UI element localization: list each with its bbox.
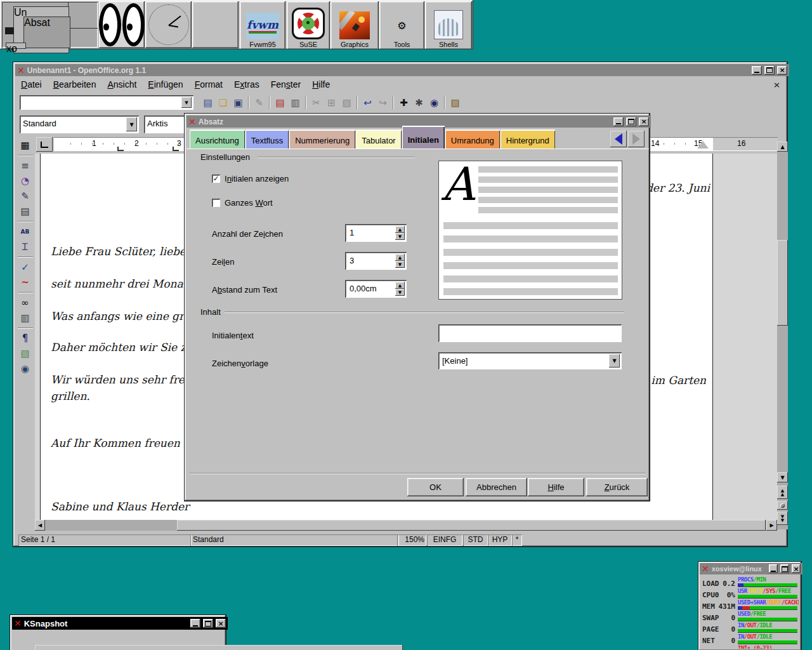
ksnapshot-minimize-button[interactable] xyxy=(190,619,200,628)
spinner-zeilen[interactable]: 3 ▲ ▼ xyxy=(345,252,407,270)
dropdown-arrow-button[interactable]: ▼ xyxy=(609,354,620,368)
writer-titlebar[interactable]: ✕ Unbenannt1 - OpenOffice.org 1.1 × xyxy=(15,64,789,76)
spinner-value[interactable]: 1 xyxy=(347,226,395,240)
tab-stop-marker[interactable] xyxy=(173,147,179,151)
graphics-toggle-icon[interactable]: ▧ xyxy=(17,346,34,361)
save-document-icon[interactable]: ▣ xyxy=(231,95,246,110)
spellcheck-icon[interactable]: ✓ xyxy=(17,260,34,275)
edit-file-icon[interactable]: ✎ xyxy=(252,95,266,110)
find-replace-icon[interactable]: ∞ xyxy=(17,295,34,310)
previous-page-button[interactable]: ▲▲ xyxy=(777,486,788,499)
hyperlink-icon[interactable]: ◉ xyxy=(427,95,442,110)
spin-up-button[interactable]: ▲ xyxy=(395,282,405,289)
url-combobox[interactable]: ▼ xyxy=(20,95,193,110)
dock-button-shells[interactable]: Shells xyxy=(425,1,472,50)
status-page-style[interactable]: Standard xyxy=(190,534,399,546)
menu-einfuegen[interactable]: Einfügen xyxy=(142,77,188,92)
menu-bearbeiten[interactable]: Bearbeiten xyxy=(48,77,102,92)
scroll-up-button[interactable]: ▲ xyxy=(777,142,788,152)
minimize-button[interactable] xyxy=(752,66,762,75)
checkbox-box[interactable] xyxy=(212,199,220,207)
xosview-maximize-button[interactable] xyxy=(780,564,789,573)
spin-down-button[interactable]: ▼ xyxy=(395,289,405,296)
ksnapshot-titlebar[interactable]: ✕ KSnapshot × xyxy=(12,617,228,630)
pager-mini-window-xosview[interactable]: xo xyxy=(6,43,26,49)
navigator-icon[interactable]: ✚ xyxy=(396,95,411,110)
scroll-right-button[interactable]: ▶ xyxy=(766,520,777,531)
tab-textfluss[interactable]: Textfluss xyxy=(246,129,289,149)
undo-icon[interactable]: ↩ xyxy=(360,95,375,110)
ksnapshot-close-button[interactable]: × xyxy=(216,619,226,628)
spinner-value[interactable]: 0,00cm xyxy=(347,282,395,296)
navigation-button[interactable] xyxy=(777,501,788,510)
cut-icon[interactable]: ✂ xyxy=(309,95,324,110)
vertical-scrollbar[interactable]: ▲ ▼ ▲▲ ▼▼ xyxy=(777,142,788,529)
status-insert-mode[interactable]: EINFG xyxy=(427,534,462,546)
help-button[interactable]: Hilfe xyxy=(528,478,584,496)
xosview-close-button[interactable]: × xyxy=(792,564,801,573)
url-input[interactable] xyxy=(22,97,183,109)
ksnapshot-maximize-button[interactable] xyxy=(203,619,213,628)
tab-stop-marker[interactable] xyxy=(117,147,124,151)
spin-down-button[interactable]: ▼ xyxy=(395,233,405,240)
paragraph-style-combobox[interactable]: Standard ▼ xyxy=(20,116,139,133)
xosview-titlebar[interactable]: ✕ xosview@linux × xyxy=(700,563,802,574)
autotext-icon[interactable]: AB xyxy=(17,224,34,239)
insert-object-icon[interactable]: ◔ xyxy=(17,173,34,189)
style-dropdown-button[interactable]: ▼ xyxy=(126,117,137,131)
spin-up-button[interactable]: ▲ xyxy=(395,254,405,261)
dock-button-fvwm95[interactable]: fvwm Fvwm95 xyxy=(240,1,285,50)
dialog-maximize-button[interactable] xyxy=(626,117,636,126)
autospellcheck-icon[interactable]: ~ xyxy=(17,275,34,290)
status-hyperlink-mode[interactable]: HYP xyxy=(488,534,512,546)
menu-hilfe[interactable]: Hilfe xyxy=(306,77,336,92)
tab-scroll-left-button[interactable] xyxy=(610,131,627,147)
insert-table-icon[interactable]: ▦ xyxy=(17,138,34,153)
dock-button-tools[interactable]: ⚙ Tools xyxy=(379,1,424,50)
next-page-button[interactable]: ▼▼ xyxy=(777,512,788,525)
menu-extras[interactable]: Extras xyxy=(228,77,265,92)
spinner-abstand-zum-text[interactable]: 0,00cm ▲ ▼ xyxy=(345,280,407,298)
menu-ansicht[interactable]: Ansicht xyxy=(102,77,142,92)
maximize-button[interactable] xyxy=(764,66,775,75)
scroll-down-button[interactable]: ▼ xyxy=(777,472,788,482)
pager-mini-window-absatz[interactable]: Absat xyxy=(23,17,70,48)
insert-fields-icon[interactable]: ≡ xyxy=(17,158,34,173)
data-sources-icon[interactable]: ▥ xyxy=(17,310,34,326)
menu-fenster[interactable]: Fenster xyxy=(265,77,306,92)
menu-datei[interactable]: Datei xyxy=(15,77,48,92)
back-button[interactable]: Zurück xyxy=(586,478,648,496)
horizontal-scrollbar[interactable]: ◀ ▶ xyxy=(35,520,777,531)
checkbox-ganzes-wort[interactable]: Ganzes Wort xyxy=(212,198,273,208)
new-document-icon[interactable]: ▤ xyxy=(200,95,215,110)
blank-dock-button[interactable] xyxy=(192,1,239,48)
status-zoom[interactable]: 150% xyxy=(397,534,426,546)
initialentext-field[interactable] xyxy=(438,324,622,342)
tab-hintergrund[interactable]: Hintergrund xyxy=(501,129,555,149)
dock-button-graphics[interactable]: Graphics xyxy=(331,1,379,50)
checkbox-box[interactable]: ✓ xyxy=(212,175,220,183)
horizontal-scroll-thumb[interactable] xyxy=(177,520,766,531)
tab-nummerierung[interactable]: Nummerierung xyxy=(289,129,355,149)
ok-button[interactable]: OK xyxy=(407,478,464,496)
tab-initialen[interactable]: Initialen xyxy=(402,126,445,149)
open-document-icon[interactable]: ❏ xyxy=(216,95,230,110)
cancel-button[interactable]: Abbrechen xyxy=(466,478,527,496)
checkbox-initialen-anzeigen[interactable]: ✓ Initialen anzeigen xyxy=(212,174,289,183)
url-dropdown-button[interactable]: ▼ xyxy=(181,97,192,108)
dock-button-suse[interactable]: SuSE xyxy=(287,1,330,50)
dialog-minimize-button[interactable] xyxy=(613,117,624,126)
nonprinting-characters-icon[interactable]: ¶ xyxy=(17,331,34,346)
spin-down-button[interactable]: ▼ xyxy=(395,261,405,268)
spinner-value[interactable]: 3 xyxy=(347,254,395,268)
tab-umrandung[interactable]: Umrandung xyxy=(445,129,500,149)
xosview-minimize-button[interactable] xyxy=(769,564,778,573)
copy-icon[interactable]: ⊞ xyxy=(324,95,339,110)
scroll-left-button[interactable]: ◀ xyxy=(35,520,45,531)
insert-mode-icon[interactable]: Ꮖ xyxy=(17,239,34,255)
gallery-icon[interactable]: ▨ xyxy=(448,95,462,110)
close-document-button[interactable]: × xyxy=(773,80,780,90)
paste-icon[interactable]: ▧ xyxy=(339,95,354,110)
status-selection-mode[interactable]: STD xyxy=(463,534,488,546)
right-margin-marker[interactable] xyxy=(697,141,709,149)
